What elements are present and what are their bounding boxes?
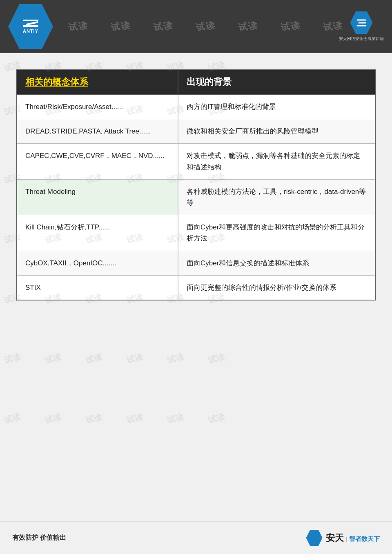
- footer-brand: 安天: [326, 532, 344, 544]
- row4-col1: Threat Modeling: [17, 179, 178, 215]
- row5-col2: 面向Cyber和更高强度的攻击和对抗的场景的分析工具和分析方法: [178, 215, 375, 251]
- col1-header: 相关的概念体系: [17, 70, 178, 94]
- footer-logo: 安天 | 智者数天下: [306, 530, 380, 546]
- footer-logo-hex: [306, 530, 323, 546]
- row6-col1: CybOX,TAXII，OpenIOC.......: [17, 251, 178, 275]
- table-row: Kill Chain,钻石分析,TTP...... 面向Cyber和更高强度的攻…: [17, 215, 375, 251]
- row4-col2: 各种威胁建模的方法论，工具，risk-centric，data-driven等等: [178, 179, 375, 215]
- watermark-2: 试读: [99, 18, 143, 36]
- concept-table: 相关的概念体系 出现的背景 Threat/Risk/Exposure/Asset…: [16, 69, 376, 300]
- footer-sub-brand: 智者数天下: [349, 535, 380, 543]
- row5-col1: Kill Chain,钻石分析,TTP......: [17, 215, 178, 251]
- footer-slogan: 有效防护 价值输出: [12, 534, 66, 542]
- table-row: Threat/Risk/Exposure/Asset...... 西方的IT管理…: [17, 94, 375, 119]
- table-row-threat-modeling: Threat Modeling 各种威胁建模的方法论，工具，risk-centr…: [17, 179, 375, 215]
- table-row: DREAD,STRIDE,PASTA, Attack Tree...... 微软…: [17, 119, 375, 144]
- row3-col1: CAPEC,CWE,CVE,CVRF，MAEC，NVD......: [17, 144, 178, 179]
- watermark-6: 试读: [269, 18, 312, 36]
- row3-col2: 对攻击模式，脆弱点，漏洞等各种基础的安全元素的标定和描述结构: [178, 144, 375, 179]
- logo-text: ANTIY: [23, 29, 38, 33]
- header-watermarks: 试读 试读 试读 试读 试读 试读 试读: [0, 0, 392, 53]
- table-row: CybOX,TAXII，OpenIOC....... 面向Cyber和信息交换的…: [17, 251, 375, 275]
- watermark-1: 试读: [56, 18, 100, 36]
- table-row: STIX 面向更完整的综合性的情报分析/作业/交换的体系: [17, 275, 375, 300]
- header-right-logo-text: 安天网络安全令牌第四届: [339, 36, 384, 42]
- row7-col1: STIX: [17, 275, 178, 300]
- header-right-hex: [350, 11, 373, 34]
- row6-col2: 面向Cyber和信息交换的描述和标准体系: [178, 251, 375, 275]
- row2-col1: DREAD,STRIDE,PASTA, Attack Tree......: [17, 119, 178, 144]
- footer: 有效防护 价值输出 安天 | 智者数天下: [0, 521, 392, 554]
- row2-col2: 微软和相关安全厂商所推出的风险管理模型: [178, 119, 375, 144]
- col2-header: 出现的背景: [178, 70, 375, 94]
- watermark-5: 试读: [226, 18, 270, 36]
- row7-col2: 面向更完整的综合性的情报分析/作业/交换的体系: [178, 275, 375, 300]
- footer-pipe: |: [346, 536, 347, 542]
- table-row: CAPEC,CWE,CVE,CVRF，MAEC，NVD...... 对攻击模式，…: [17, 144, 375, 179]
- row1-col1: Threat/Risk/Exposure/Asset......: [17, 94, 178, 119]
- table-header-row: 相关的概念体系 出现的背景: [17, 70, 375, 94]
- watermark-4: 试读: [184, 18, 227, 36]
- header: ANTIY 试读 试读 试读 试读 试读 试读 试读 安天网络安全令牌第四届: [0, 0, 392, 53]
- header-right-logo: 安天网络安全令牌第四届: [339, 11, 384, 42]
- main-content: 相关的概念体系 出现的背景 Threat/Risk/Exposure/Asset…: [0, 53, 392, 313]
- row1-col2: 西方的IT管理和标准化的背景: [178, 94, 375, 119]
- watermark-3: 试读: [141, 18, 185, 36]
